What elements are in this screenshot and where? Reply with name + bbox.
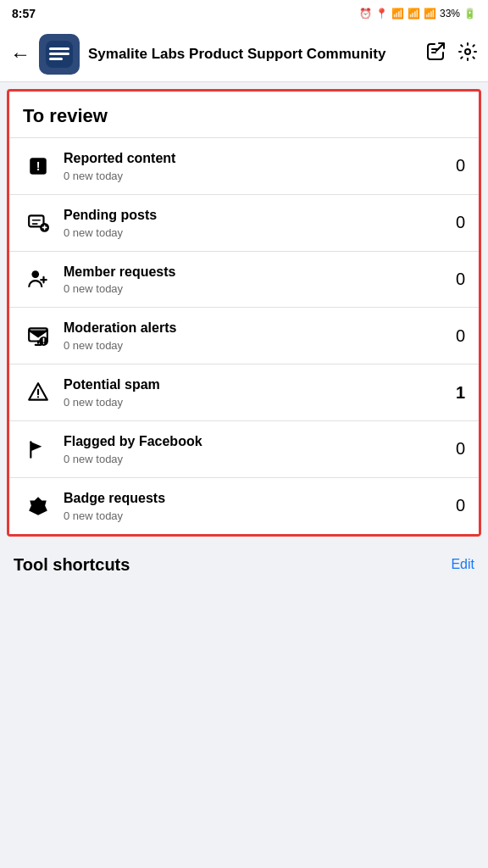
to-review-section: To review ! Reported content 0 new today… <box>7 89 481 537</box>
settings-icon[interactable] <box>458 42 478 67</box>
member-requests-count: 0 <box>445 270 465 289</box>
member-requests-text: Member requests 0 new today <box>64 264 445 296</box>
reported-content-sub: 0 new today <box>64 170 445 182</box>
battery-label: 33% <box>440 8 460 19</box>
flagged-by-facebook-icon <box>23 434 53 465</box>
main-content: To review ! Reported content 0 new today… <box>0 89 488 581</box>
svg-text:!: ! <box>36 159 41 173</box>
flagged-by-facebook-count: 0 <box>445 439 465 459</box>
back-button[interactable]: ← <box>10 44 30 64</box>
badge-requests-icon <box>23 491 53 521</box>
battery-icon: 🔋 <box>463 8 476 19</box>
flagged-by-facebook-text: Flagged by Facebook 0 new today <box>64 433 445 465</box>
svg-rect-3 <box>49 58 63 60</box>
moderation-alerts-item[interactable]: Moderation alerts 0 new today 0 <box>9 307 479 364</box>
potential-spam-icon <box>23 377 53 408</box>
tool-shortcuts-edit-button[interactable]: Edit <box>451 557 474 572</box>
pending-posts-sub: 0 new today <box>64 226 445 239</box>
status-bar: 8:57 ⏰ 📍 📶 📶 📶 33% 🔋 <box>0 0 488 27</box>
moderation-alerts-label: Moderation alerts <box>64 320 445 337</box>
pending-posts-text: Pending posts 0 new today <box>64 207 445 239</box>
potential-spam-item[interactable]: Potential spam 0 new today 1 <box>9 364 479 420</box>
tool-shortcuts-title: Tool shortcuts <box>14 555 130 575</box>
svg-rect-2 <box>49 53 69 55</box>
wifi-icon: 📶 <box>391 8 404 19</box>
potential-spam-label: Potential spam <box>64 376 445 394</box>
reported-content-text: Reported content 0 new today <box>64 150 445 182</box>
pending-posts-label: Pending posts <box>64 207 445 225</box>
to-review-title: To review <box>9 92 479 137</box>
member-requests-icon <box>23 264 53 294</box>
reported-content-label: Reported content <box>64 150 445 168</box>
badge-requests-item[interactable]: Badge requests 0 new today 0 <box>9 477 479 534</box>
member-requests-label: Member requests <box>64 264 445 281</box>
tool-shortcuts-section: Tool shortcuts Edit <box>0 543 488 581</box>
svg-rect-1 <box>49 47 69 50</box>
moderation-alerts-icon <box>23 320 53 351</box>
flagged-by-facebook-sub: 0 new today <box>64 453 445 465</box>
moderation-alerts-count: 0 <box>445 326 465 346</box>
svg-point-4 <box>465 49 470 54</box>
pending-posts-count: 0 <box>445 213 465 232</box>
potential-spam-text: Potential spam 0 new today <box>64 376 445 409</box>
reported-content-icon: ! <box>23 151 53 181</box>
nav-bar: ← Symalite Labs Product Support Communit… <box>0 27 488 82</box>
badge-requests-count: 0 <box>445 496 465 515</box>
signal-icon-1: 📶 <box>408 8 420 19</box>
location-icon: 📍 <box>375 8 388 19</box>
moderation-alerts-text: Moderation alerts 0 new today <box>64 320 445 352</box>
status-icons: ⏰ 📍 📶 📶 📶 33% 🔋 <box>359 8 476 19</box>
flagged-by-facebook-label: Flagged by Facebook <box>64 433 445 451</box>
pending-posts-icon <box>23 208 53 238</box>
potential-spam-count: 1 <box>445 383 465 403</box>
alarm-icon: ⏰ <box>359 8 372 19</box>
moderation-alerts-sub: 0 new today <box>64 339 445 352</box>
flagged-by-facebook-item[interactable]: Flagged by Facebook 0 new today 0 <box>9 420 479 477</box>
signal-icon-2: 📶 <box>424 8 436 19</box>
member-requests-sub: 0 new today <box>64 282 445 295</box>
badge-requests-sub: 0 new today <box>64 509 445 522</box>
status-time: 8:57 <box>12 7 36 20</box>
reported-content-item[interactable]: ! Reported content 0 new today 0 <box>9 137 479 194</box>
nav-actions <box>425 42 478 67</box>
member-requests-item[interactable]: Member requests 0 new today 0 <box>9 251 479 308</box>
svg-point-12 <box>37 396 39 398</box>
app-icon <box>39 34 80 75</box>
svg-point-9 <box>31 271 39 279</box>
badge-requests-label: Badge requests <box>64 490 445 508</box>
nav-title: Symalite Labs Product Support Community <box>88 46 417 63</box>
reported-content-count: 0 <box>445 156 465 175</box>
tools-icon[interactable] <box>425 42 446 67</box>
badge-requests-text: Badge requests 0 new today <box>64 490 445 522</box>
pending-posts-item[interactable]: Pending posts 0 new today 0 <box>9 194 479 251</box>
svg-point-11 <box>43 343 45 345</box>
potential-spam-sub: 0 new today <box>64 396 445 409</box>
